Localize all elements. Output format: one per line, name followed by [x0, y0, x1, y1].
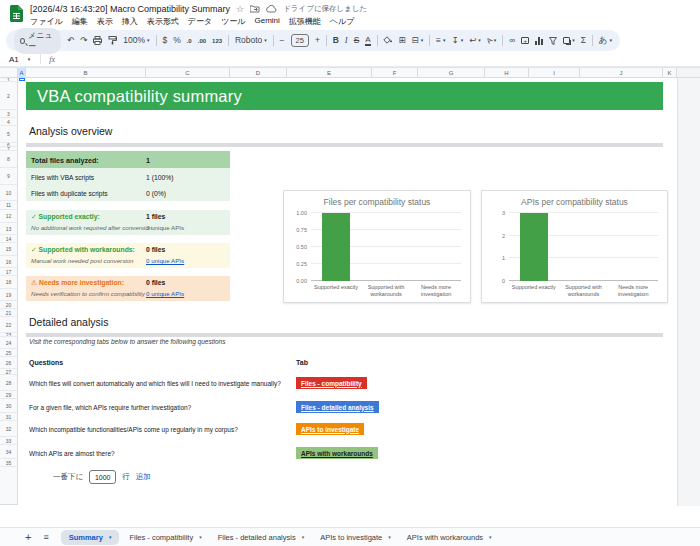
input-method-button[interactable]: あ▾: [599, 36, 612, 45]
unique-apis-link[interactable]: 0 unique APIs: [146, 290, 184, 297]
row-header-16[interactable]: 16: [0, 256, 17, 268]
tab-link-chip[interactable]: Files - detailed analysis: [296, 401, 379, 413]
font-select[interactable]: Roboto▾: [235, 36, 267, 45]
sheet-tab-files-compatibility[interactable]: Files - compatibility▾: [121, 531, 209, 544]
menu-拡張機能[interactable]: 拡張機能: [289, 16, 321, 27]
row-header-19[interactable]: 19: [0, 289, 17, 301]
zoom-select[interactable]: 100%▾: [123, 36, 149, 45]
search-menus-button[interactable]: メニュー: [14, 28, 61, 54]
row-header-14[interactable]: 14: [0, 235, 17, 243]
column-header-C[interactable]: C: [146, 68, 230, 77]
unique-apis-link[interactable]: 0 unique APIs: [146, 257, 184, 264]
decrease-font-size-button[interactable]: −: [280, 36, 285, 45]
sheet-tab-files-detailed-analysis[interactable]: Files - detailed analysis▾: [210, 531, 312, 544]
row-header-17[interactable]: 17: [0, 268, 17, 276]
tab-link-chip[interactable]: APIs to investigate: [296, 423, 364, 435]
row-header-24[interactable]: 24: [0, 337, 17, 349]
row-header-12[interactable]: 12: [0, 210, 17, 223]
column-header-A[interactable]: A: [18, 68, 26, 77]
column-header-D[interactable]: D: [230, 68, 287, 77]
spreadsheet-grid[interactable]: 1234567891011121314151617181920212223242…: [0, 78, 700, 506]
row-header-10[interactable]: 10: [0, 185, 17, 201]
row-header-15[interactable]: 15: [0, 243, 17, 256]
apis-per-status-chart[interactable]: APIs per compatibility status0123Support…: [481, 190, 668, 303]
column-header-F[interactable]: F: [372, 68, 418, 77]
row-header-26[interactable]: 26: [0, 357, 17, 369]
column-header-H[interactable]: H: [485, 68, 529, 77]
insert-chart-button[interactable]: [535, 37, 543, 45]
menu-ファイル[interactable]: ファイル: [30, 16, 63, 27]
column-header-G[interactable]: G: [418, 68, 485, 77]
column-header-K[interactable]: K: [663, 68, 677, 77]
sheets-logo-icon[interactable]: [10, 5, 23, 22]
decrease-decimal-button[interactable]: .0: [187, 38, 192, 44]
merge-cells-button[interactable]: ⊟▾: [412, 36, 424, 45]
name-box[interactable]: A1: [9, 55, 19, 64]
insert-comment-button[interactable]: +: [521, 37, 529, 44]
row-header-21[interactable]: 21: [0, 309, 17, 317]
bold-button[interactable]: B: [333, 36, 339, 45]
menu-表示形式[interactable]: 表示形式: [147, 16, 179, 27]
grid-corner[interactable]: [0, 68, 18, 77]
menu-データ[interactable]: データ: [188, 16, 212, 27]
row-header-4[interactable]: 4: [0, 118, 17, 126]
row-header-8[interactable]: 8: [0, 151, 17, 168]
column-header-I[interactable]: I: [529, 68, 580, 77]
sheet-tab-apis-to-investigate[interactable]: APIs to investigate▾: [312, 531, 399, 544]
increase-decimal-button[interactable]: .00: [198, 38, 206, 44]
strikethrough-button[interactable]: S: [354, 36, 360, 45]
menu-表示[interactable]: 表示: [97, 16, 113, 27]
menu-Gemini[interactable]: Gemini: [255, 16, 280, 27]
horizontal-align-button[interactable]: ≡▾: [436, 36, 445, 45]
borders-button[interactable]: ⊞: [398, 36, 405, 45]
tab-link-chip[interactable]: Files - compatibility: [296, 377, 367, 389]
format-currency-button[interactable]: $: [162, 36, 167, 45]
text-rotation-button[interactable]: A▾: [487, 37, 497, 45]
text-wrap-button[interactable]: ↩▾: [469, 36, 481, 45]
sheet-tab-summary[interactable]: Summary▾: [61, 530, 120, 545]
add-sheet-button[interactable]: +: [25, 532, 31, 543]
italic-button[interactable]: I: [345, 36, 348, 45]
document-title[interactable]: [2026/4/3 16:43:20] Macro Compatibility …: [30, 4, 230, 14]
font-size-input[interactable]: 25: [291, 34, 309, 47]
row-count-input[interactable]: [89, 470, 116, 484]
redo-button[interactable]: ↷: [80, 36, 87, 45]
text-color-button[interactable]: A: [365, 36, 370, 46]
row-header-22[interactable]: 22: [0, 317, 17, 333]
row-header-11[interactable]: 11: [0, 201, 17, 210]
row-header-20[interactable]: 20: [0, 301, 17, 309]
more-formats-button[interactable]: 123: [212, 38, 222, 44]
increase-font-size-button[interactable]: +: [315, 36, 320, 45]
fill-color-button[interactable]: [383, 36, 392, 45]
column-header-E[interactable]: E: [287, 68, 372, 77]
row-header-13[interactable]: 13: [0, 223, 17, 235]
row-header-2[interactable]: 2: [0, 82, 17, 110]
table-views-button[interactable]: ▾: [563, 37, 575, 44]
row-header-29[interactable]: 29: [0, 391, 17, 399]
menu-挿入[interactable]: 挿入: [122, 16, 138, 27]
tab-link-chip[interactable]: APIs with workarounds: [296, 447, 378, 459]
menu-ヘルプ[interactable]: ヘルプ: [330, 16, 355, 27]
menu-ツール[interactable]: ツール: [221, 16, 245, 27]
row-header-3[interactable]: 3: [0, 110, 17, 118]
insert-link-button[interactable]: ∞: [509, 36, 515, 45]
column-header-J[interactable]: J: [580, 68, 663, 77]
sheet-tab-apis-with-workarounds[interactable]: APIs with workarounds▾: [399, 531, 500, 544]
row-header-5[interactable]: 5: [0, 126, 17, 143]
chevron-down-icon[interactable]: ▾: [28, 56, 31, 62]
row-header-33[interactable]: 33: [0, 437, 17, 445]
menu-編集[interactable]: 編集: [72, 16, 88, 27]
print-button[interactable]: [93, 36, 102, 45]
row-header-18[interactable]: 18: [0, 276, 17, 289]
format-percent-button[interactable]: %: [173, 36, 181, 45]
column-header-B[interactable]: B: [26, 68, 146, 77]
undo-button[interactable]: ↶: [67, 36, 74, 45]
paint-format-button[interactable]: [108, 36, 117, 45]
filter-button[interactable]: [549, 37, 557, 45]
all-sheets-button[interactable]: ≡: [43, 532, 48, 542]
files-per-status-chart[interactable]: Files per compatibility status0.000.250.…: [283, 190, 471, 303]
row-header-9[interactable]: 9: [0, 168, 17, 185]
formula-input[interactable]: [55, 52, 700, 66]
move-folder-icon[interactable]: [250, 5, 260, 13]
vertical-align-button[interactable]: ↧▾: [452, 36, 464, 45]
